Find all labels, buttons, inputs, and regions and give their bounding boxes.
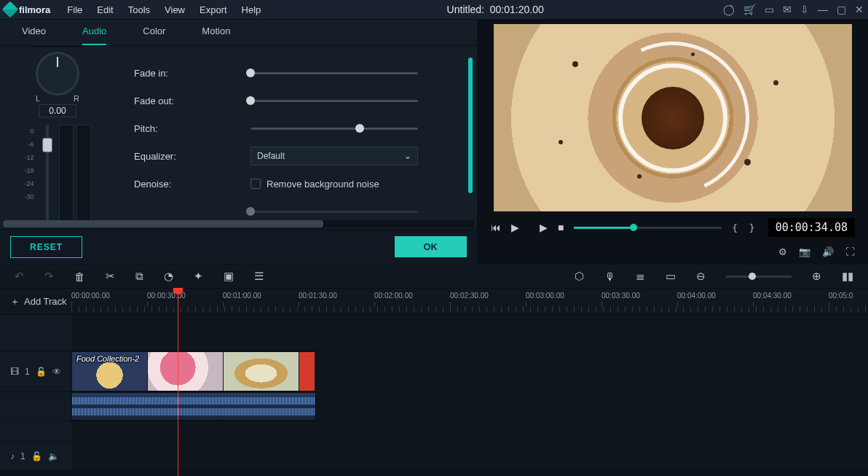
balance-value[interactable]: 0.00: [39, 104, 76, 117]
speed-icon[interactable]: ◔: [164, 270, 173, 283]
track-spacer-top: [0, 315, 868, 351]
zoom-fit-icon[interactable]: ▮▮: [842, 270, 853, 283]
ruler-tick: 00:01:30.00: [299, 292, 337, 300]
adjust-icon[interactable]: ☰: [254, 270, 264, 283]
render-icon[interactable]: ▭: [666, 270, 676, 283]
panel-hscrollbar[interactable]: [3, 220, 474, 227]
titlebar: filmora File Edit Tools View Export Help…: [0, 0, 868, 19]
zoom-slider[interactable]: [726, 276, 792, 278]
volume-slider[interactable]: [46, 125, 49, 227]
preview-canvas[interactable]: [494, 24, 852, 211]
mixer-icon[interactable]: ≣: [636, 270, 645, 283]
ruler-tick: 00:05:0: [829, 292, 853, 300]
project-title: Untitled: 00:01:20.00: [267, 4, 723, 15]
audio-meter-column: L R 0.00 0 -6 -12 -18 -24 -30: [3, 52, 112, 229]
balance-knob[interactable]: [36, 52, 79, 95]
clip-audio-attached[interactable]: [71, 392, 316, 421]
tab-audio[interactable]: Audio: [82, 26, 106, 45]
knob-top-strip: [32, 46, 83, 47]
app-logo: filmora: [4, 4, 50, 15]
ruler-tick: 00:02:00.00: [374, 292, 413, 300]
panel-scrollbar[interactable]: [468, 58, 473, 193]
level-meter-left: [59, 125, 74, 227]
record-vo-icon[interactable]: 🎙: [604, 270, 615, 283]
ruler-tick: 00:00:00.00: [71, 292, 110, 300]
lock-icon[interactable]: 🔓: [36, 367, 47, 377]
track-video-1-audio[interactable]: [0, 392, 868, 421]
clip-label: Food Collection-2: [76, 354, 139, 363]
denoise-checkbox[interactable]: [250, 179, 261, 189]
volume-icon[interactable]: 🔊: [822, 246, 834, 257]
mute-icon[interactable]: 🔈: [48, 451, 59, 461]
track-video-1[interactable]: 🎞 1 🔓 👁 Food Collection-2: [0, 351, 868, 392]
preview-timecode: 00:00:34.08: [768, 218, 855, 237]
zoom-in-icon[interactable]: ⊕: [812, 270, 821, 283]
db-0: 0: [24, 125, 33, 138]
menu-export[interactable]: Export: [193, 2, 234, 17]
menu-tools[interactable]: Tools: [122, 2, 157, 17]
stop-icon[interactable]: ■: [558, 222, 564, 233]
window-close-icon[interactable]: ✕: [855, 4, 864, 15]
tab-motion[interactable]: Motion: [202, 26, 230, 45]
visibility-icon[interactable]: 👁: [52, 367, 61, 377]
ok-button[interactable]: OK: [395, 236, 467, 257]
menu-view[interactable]: View: [158, 2, 192, 17]
mic-update-icon[interactable]: ⇩: [800, 4, 809, 15]
reset-button[interactable]: RESET: [10, 236, 82, 258]
music-icon: ♪: [10, 451, 15, 461]
lock-icon[interactable]: 🔓: [31, 451, 42, 461]
menu-help[interactable]: Help: [235, 2, 268, 17]
playhead[interactable]: [178, 289, 178, 476]
track-audio-1[interactable]: ♪ 1 🔓 🔈: [0, 442, 868, 471]
undo-icon[interactable]: ↶: [15, 270, 24, 283]
settings-icon[interactable]: ⚙: [778, 246, 787, 257]
fade-out-slider[interactable]: [250, 100, 418, 102]
menu-file[interactable]: File: [60, 2, 89, 17]
cut-icon[interactable]: ✂: [106, 270, 115, 283]
window-minimize-icon[interactable]: —: [818, 4, 828, 15]
fade-out-label: Fade out:: [134, 95, 250, 106]
timeline-ruler-row: ＋ Add Track 00:00:00.00 00:00:30.00 00:0…: [0, 289, 868, 315]
preview-seekbar[interactable]: [574, 227, 722, 229]
denoise-check-label: Remove background noise: [267, 179, 379, 190]
equalizer-select[interactable]: Default ⌄: [250, 147, 418, 165]
pitch-slider[interactable]: [250, 128, 418, 130]
level-meters: 0 -6 -12 -18 -24 -30: [24, 125, 90, 227]
delete-icon[interactable]: 🗑: [74, 270, 85, 283]
greenscreen-icon[interactable]: ▣: [224, 270, 234, 283]
snapshot-icon[interactable]: 📷: [799, 246, 810, 257]
account-icon[interactable]: ◯̀: [723, 4, 735, 15]
db-18: -18: [24, 164, 33, 177]
save-icon[interactable]: ▭: [765, 4, 774, 15]
marker-brackets[interactable]: { }: [732, 222, 757, 233]
timeline-ruler[interactable]: 00:00:00.00 00:00:30.00 00:01:00.00 00:0…: [71, 289, 868, 314]
cart-icon[interactable]: 🛒: [743, 4, 756, 15]
db-6: -6: [24, 138, 33, 151]
pitch-label: Pitch:: [134, 123, 250, 134]
tab-video[interactable]: Video: [22, 26, 46, 45]
add-track-button[interactable]: ＋ Add Track: [0, 289, 71, 314]
ruler-tick: 00:04:30.00: [753, 292, 792, 300]
crop-icon[interactable]: ⧉: [135, 270, 143, 283]
window-maximize-icon[interactable]: ▢: [837, 4, 846, 15]
clip-video[interactable]: Food Collection-2: [71, 351, 316, 391]
redo-icon[interactable]: ↷: [44, 270, 54, 283]
skip-back-icon[interactable]: ⏮: [491, 222, 501, 233]
ruler-tick: 00:03:00.00: [526, 292, 564, 300]
color-icon[interactable]: ✦: [194, 270, 203, 283]
mail-icon[interactable]: ✉: [783, 4, 792, 15]
play2-icon[interactable]: ▶: [540, 222, 548, 233]
audio-properties-body: L R 0.00 0 -6 -12 -18 -24 -30: [0, 46, 477, 229]
tab-color[interactable]: Color: [143, 26, 165, 45]
track-index: 1: [25, 367, 30, 377]
track-index: 1: [20, 451, 25, 461]
denoise-label: Denoise:: [134, 179, 250, 190]
fade-in-slider[interactable]: [250, 72, 418, 74]
menu-edit[interactable]: Edit: [90, 2, 119, 17]
marker-icon[interactable]: ⬡: [575, 270, 584, 283]
zoom-out-icon[interactable]: ⊖: [696, 270, 706, 283]
play-icon[interactable]: ▶: [511, 222, 519, 233]
equalizer-value: Default: [257, 151, 285, 161]
fullscreen-icon[interactable]: ⛶: [845, 246, 855, 257]
denoise-strength-slider[interactable]: [250, 211, 418, 213]
